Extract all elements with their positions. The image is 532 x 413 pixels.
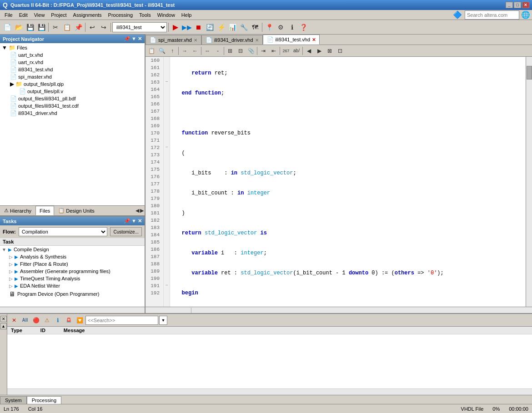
- tree-item-uart-rx[interactable]: 📄 uart_rx.vhd: [1, 59, 144, 66]
- stop-button[interactable]: ⏹: [193, 22, 204, 33]
- rtl-viewer-button[interactable]: 🔧: [238, 22, 249, 33]
- menu-assignments[interactable]: Assignments: [70, 11, 105, 19]
- save-file-button[interactable]: 💾: [25, 22, 35, 33]
- msg-info-btn[interactable]: ℹ: [53, 316, 63, 325]
- nav-menu-icon[interactable]: ▼: [131, 36, 136, 42]
- task-program-device[interactable]: 🖥 Program Device (Open Programmer): [0, 289, 145, 299]
- file-tree[interactable]: ▼ 📁 Files 📄 uart_tx.vhd 📄 uart_rx.vhd 📄 …: [0, 43, 145, 205]
- search-dropdown-button[interactable]: ▼: [159, 316, 167, 325]
- close-tab-spi[interactable]: ✕: [194, 38, 197, 43]
- fold-172[interactable]: −: [164, 144, 170, 151]
- task-compile-design[interactable]: ▼ ▶ Compile Design: [0, 246, 145, 253]
- tab-hierarchy[interactable]: ⚠ Hierarchy: [0, 206, 35, 215]
- tab-design-units[interactable]: 📋 Design Units: [54, 206, 98, 215]
- menu-tools[interactable]: Tools: [136, 11, 154, 19]
- msg-filter-btn[interactable]: 🔽: [75, 316, 85, 325]
- menu-view[interactable]: View: [31, 11, 48, 19]
- paste-button[interactable]: 📌: [73, 22, 84, 33]
- fold-163[interactable]: −: [164, 79, 170, 86]
- close-tab-test[interactable]: ✕: [312, 37, 316, 42]
- ed-btn-nav4[interactable]: ⊡: [335, 46, 345, 56]
- task-timequest[interactable]: ▷ ▶ TimeQuest Timing Analysis: [0, 275, 145, 282]
- horiz-scroll-thumb[interactable]: [191, 308, 191, 313]
- ed-btn-clip[interactable]: 📎: [246, 46, 256, 56]
- ed-btn-nav3[interactable]: ⊠: [325, 46, 335, 56]
- menu-project[interactable]: Project: [48, 11, 69, 19]
- msg-critical-btn[interactable]: 🚨: [64, 316, 74, 325]
- new-file-button[interactable]: 📄: [2, 22, 13, 33]
- tasks-close-icon[interactable]: ✕: [138, 218, 142, 224]
- compile-button[interactable]: ▶: [170, 22, 181, 33]
- ed-btn-comment[interactable]: --: [202, 46, 212, 56]
- ed-btn-uncomment[interactable]: -: [213, 46, 223, 56]
- tree-item-pll-v[interactable]: 📄 output_files/pll.v: [1, 88, 144, 95]
- code-horizontal-scrollbar[interactable]: [146, 307, 532, 313]
- nav-close-icon[interactable]: ✕: [138, 36, 142, 42]
- tech-map-button[interactable]: 🗺: [250, 22, 261, 33]
- tree-item-ili9341-test[interactable]: 📄 ili9341_test.vhd: [1, 66, 144, 73]
- nav-left-icon[interactable]: ◀: [136, 208, 139, 214]
- fold-191[interactable]: −: [164, 282, 170, 289]
- tab-spi-master[interactable]: 📄 spi_master.vhd ✕: [146, 35, 201, 45]
- tree-item-output-pll-qip[interactable]: ▶ 📁 output_files/pll.qip: [1, 80, 144, 88]
- save-all-button[interactable]: 💾: [36, 22, 47, 33]
- tree-item-files-folder[interactable]: ▼ 📁 Files: [1, 44, 144, 51]
- ed-btn-nav1[interactable]: ◀: [304, 46, 314, 56]
- settings-button[interactable]: ⚙: [275, 22, 286, 33]
- ed-btn-2[interactable]: 🔍: [157, 46, 167, 56]
- menu-processing[interactable]: Processing: [105, 11, 136, 19]
- altera-search[interactable]: [465, 10, 519, 20]
- minimize-button[interactable]: _: [506, 2, 513, 8]
- tree-item-uart-tx[interactable]: 📄 uart_tx.vhd: [1, 51, 144, 59]
- flow-select[interactable]: Compilation: [19, 227, 108, 236]
- code-content[interactable]: return ret; end function; function rever…: [170, 57, 526, 307]
- redo-button[interactable]: ↪: [98, 22, 109, 33]
- task-eda-netlist[interactable]: ▷ ▶ EDA Netlist Writer: [0, 282, 145, 289]
- menu-window[interactable]: Window: [155, 11, 178, 19]
- side-tab-up[interactable]: ▲: [0, 323, 7, 329]
- tree-item-ili9341-test-cdf[interactable]: 📄 output_files/ili9341_test.cdf: [1, 102, 144, 109]
- ed-btn-3[interactable]: ↑: [167, 46, 177, 56]
- info-button[interactable]: ℹ: [286, 22, 297, 33]
- task-fitter[interactable]: ▷ ▶ Fitter (Place & Route): [0, 260, 145, 268]
- close-button[interactable]: ✕: [522, 2, 529, 8]
- left-panel-scrollbar[interactable]: [0, 307, 145, 313]
- tree-item-ili9341-pll-bdf[interactable]: 📄 output_files/ili9341_pll.bdf: [1, 95, 144, 102]
- nav-right-icon[interactable]: ▶: [140, 208, 144, 214]
- ed-btn-indent-more[interactable]: →: [180, 46, 190, 56]
- chip-planner-button[interactable]: 📊: [227, 22, 238, 33]
- recompile-button[interactable]: 🔄: [204, 22, 215, 33]
- ed-btn-unfold[interactable]: ⊟: [236, 46, 246, 56]
- tree-item-ili9341-driver[interactable]: 📄 ili9341_driver.vhd: [1, 109, 144, 117]
- tree-item-spi-master[interactable]: 📄 spi_master.vhd: [1, 73, 144, 80]
- code-vertical-scrollbar[interactable]: [526, 57, 532, 307]
- copy-button[interactable]: 📋: [61, 22, 72, 33]
- program-button[interactable]: ⚡: [216, 22, 226, 33]
- ed-btn-fold[interactable]: ⊞: [225, 46, 235, 56]
- ed-btn-linenum[interactable]: 267: [281, 46, 291, 56]
- undo-button[interactable]: ↩: [87, 22, 98, 33]
- msg-error-btn[interactable]: 🔴: [31, 316, 41, 325]
- menu-edit[interactable]: Edit: [16, 11, 30, 19]
- tab-system[interactable]: System: [0, 396, 27, 404]
- ed-btn-ab[interactable]: ab/: [291, 46, 301, 56]
- tab-ili9341-driver[interactable]: 📄 ili9341_driver.vhd ✕: [201, 35, 263, 45]
- msg-clear-btn[interactable]: ✕: [9, 316, 19, 325]
- ed-btn-1[interactable]: 📋: [146, 46, 156, 56]
- message-search-input[interactable]: [85, 316, 158, 325]
- message-content[interactable]: [7, 334, 532, 388]
- ed-btn-indent-less[interactable]: ←: [190, 46, 200, 56]
- h-scroll-track[interactable]: [0, 307, 145, 313]
- msg-horizontal-scrollbar[interactable]: [7, 388, 532, 395]
- project-dropdown[interactable]: ili9341_test: [112, 22, 167, 32]
- task-analysis-synthesis[interactable]: ▷ ▶ Analysis & Synthesis: [0, 253, 145, 260]
- nav-pin-icon[interactable]: 📌: [124, 36, 130, 42]
- ed-btn-back[interactable]: ⇤: [269, 46, 279, 56]
- help-button[interactable]: ❓: [298, 22, 309, 33]
- customize-button[interactable]: Customize...: [110, 227, 142, 236]
- msg-warning-btn[interactable]: ⚠: [42, 316, 52, 325]
- task-assembler[interactable]: ▷ ▶ Assembler (Generate programming file…: [0, 268, 145, 275]
- msg-all-btn[interactable]: All: [20, 316, 30, 325]
- pin-planner-button[interactable]: 📍: [264, 22, 275, 33]
- ed-btn-goto[interactable]: ⇥: [258, 46, 268, 56]
